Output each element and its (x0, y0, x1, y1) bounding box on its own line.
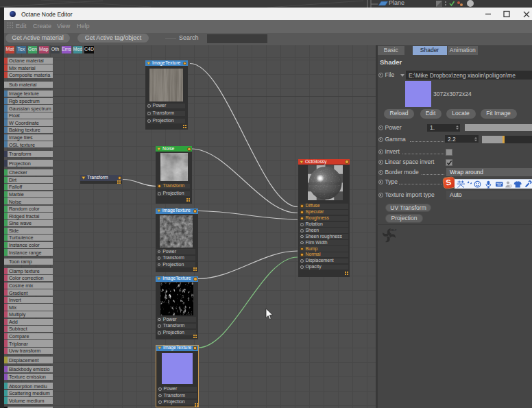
svg-text:HELP: HELP (390, 229, 397, 232)
